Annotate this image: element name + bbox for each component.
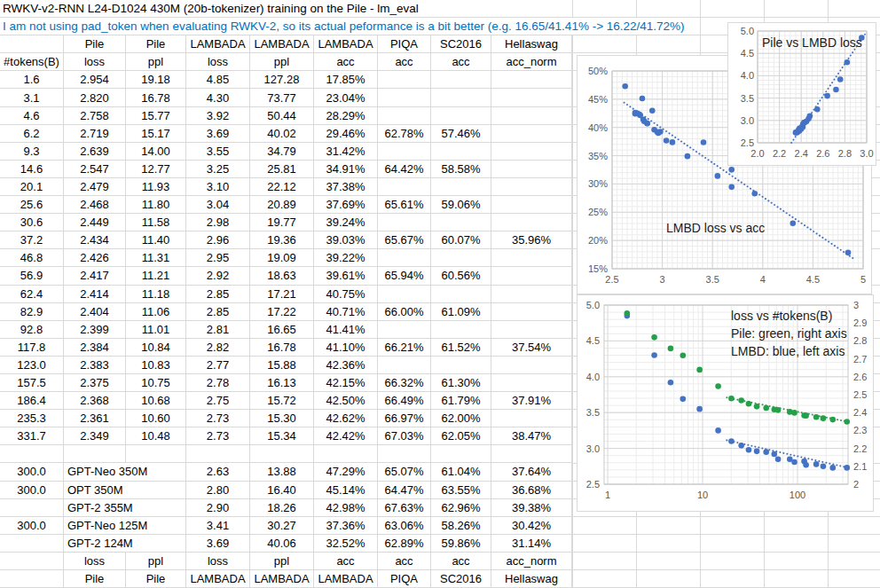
data-cell[interactable]: 17.21 [250,286,314,303]
data-cell[interactable]: 25.81 [250,161,314,178]
header-cell[interactable]: PIQA [378,35,431,53]
data-cell[interactable]: 42.36% [314,357,378,374]
footer-cell[interactable]: ppl [250,553,314,570]
data-cell[interactable] [314,445,378,463]
data-cell[interactable]: 2.80 [186,482,250,499]
data-cell[interactable]: 2.92 [186,267,250,285]
data-cell[interactable] [491,321,572,339]
data-cell[interactable] [491,357,572,374]
header-cell[interactable]: loss [64,53,126,71]
data-cell[interactable]: 2.479 [64,178,126,196]
data-cell[interactable]: 3.69 [186,535,250,553]
data-cell[interactable]: 2.95 [186,249,250,267]
data-cell[interactable]: 300.0 [0,482,64,499]
model-name-cell[interactable]: GPT-2 124M [64,535,186,553]
data-cell[interactable]: 50.44 [250,107,314,125]
data-cell[interactable] [491,196,572,214]
footer-cell[interactable]: acc_norm [491,553,572,570]
data-cell[interactable] [431,178,491,196]
header-cell[interactable]: SC2016 [431,35,491,53]
data-cell[interactable]: 47.29% [314,463,378,481]
data-cell[interactable]: 15.17 [126,125,186,143]
data-cell[interactable]: 2.63 [186,463,250,481]
data-cell[interactable]: 11.58 [126,214,186,231]
data-cell[interactable]: 17.85% [314,71,378,89]
data-cell[interactable]: 15.88 [250,357,314,374]
data-cell[interactable]: 40.06 [250,535,314,553]
data-cell[interactable]: 34.79 [250,143,314,161]
data-cell[interactable]: 60.56% [431,267,491,285]
data-cell[interactable] [378,249,431,267]
data-cell[interactable] [378,107,431,125]
data-cell[interactable]: 65.61% [378,196,431,214]
data-cell[interactable]: 11.31 [126,249,186,267]
data-cell[interactable] [491,374,572,392]
footer-cell[interactable]: Pile [64,570,126,588]
model-name-cell[interactable]: GPT-Neo 125M [64,517,186,535]
data-cell[interactable] [0,445,64,463]
data-cell[interactable]: 2.81 [186,321,250,339]
data-cell[interactable]: 14.6 [0,161,64,178]
data-cell[interactable] [0,499,64,517]
data-cell[interactable]: 2.73 [186,410,250,427]
data-cell[interactable]: 82.9 [0,303,64,321]
data-cell[interactable]: 14.00 [126,143,186,161]
data-cell[interactable]: 300.0 [0,463,64,481]
data-cell[interactable]: 2.547 [64,161,126,178]
data-cell[interactable]: 2.417 [64,267,126,285]
footer-cell[interactable]: Pile [126,570,186,588]
data-cell[interactable]: 2.375 [64,374,126,392]
data-cell[interactable]: 65.07% [378,463,431,481]
data-cell[interactable]: 31.42% [314,143,378,161]
footer-cell[interactable] [0,570,64,588]
data-cell[interactable]: 41.10% [314,339,378,357]
data-cell[interactable]: 10.60 [126,410,186,427]
data-cell[interactable] [378,286,431,303]
data-cell[interactable]: 39.24% [314,214,378,231]
data-cell[interactable]: 2.758 [64,107,126,125]
data-cell[interactable]: 61.30% [431,374,491,392]
data-cell[interactable]: 6.2 [0,125,64,143]
header-cell[interactable]: Hellaswag [491,35,572,53]
data-cell[interactable]: 66.97% [378,410,431,427]
data-cell[interactable] [378,89,431,106]
data-cell[interactable] [491,71,572,89]
data-cell[interactable]: 9.3 [0,143,64,161]
data-cell[interactable]: 4.6 [0,107,64,125]
data-cell[interactable]: 73.77 [250,89,314,106]
data-cell[interactable]: 2.719 [64,125,126,143]
data-cell[interactable]: 3.10 [186,178,250,196]
data-cell[interactable]: 64.42% [378,161,431,178]
data-cell[interactable]: 117.8 [0,339,64,357]
footer-cell[interactable] [0,553,64,570]
data-cell[interactable]: 61.79% [431,392,491,410]
data-cell[interactable]: 59.86% [431,535,491,553]
data-cell[interactable] [64,445,126,463]
data-cell[interactable]: 39.22% [314,249,378,267]
data-cell[interactable]: 34.91% [314,161,378,178]
data-cell[interactable]: 2.73 [186,427,250,445]
data-cell[interactable] [431,357,491,374]
data-cell[interactable]: 65.94% [378,267,431,285]
data-cell[interactable]: 37.2 [0,231,64,249]
data-cell[interactable]: 30.6 [0,214,64,231]
data-cell[interactable] [378,178,431,196]
data-cell[interactable] [491,410,572,427]
data-cell[interactable] [491,143,572,161]
header-cell[interactable]: acc_norm [491,53,572,71]
data-cell[interactable] [186,445,250,463]
data-cell[interactable]: 62.05% [431,427,491,445]
data-cell[interactable]: 10.75 [126,374,186,392]
data-cell[interactable] [491,445,572,463]
data-cell[interactable]: 19.77 [250,214,314,231]
data-cell[interactable] [378,321,431,339]
data-cell[interactable]: 20.1 [0,178,64,196]
footer-cell[interactable]: LAMBADA [250,570,314,588]
chart-loss-vs-tokens[interactable]: 5.04.54.03.53.02.532.92.82.72.62.52.42.3… [577,294,874,512]
data-cell[interactable]: 25.6 [0,196,64,214]
data-cell[interactable]: 2.384 [64,339,126,357]
footer-cell[interactable]: LAMBADA [314,570,378,588]
footer-cell[interactable]: acc [431,553,491,570]
data-cell[interactable]: 2.361 [64,410,126,427]
data-cell[interactable]: 2.85 [186,303,250,321]
